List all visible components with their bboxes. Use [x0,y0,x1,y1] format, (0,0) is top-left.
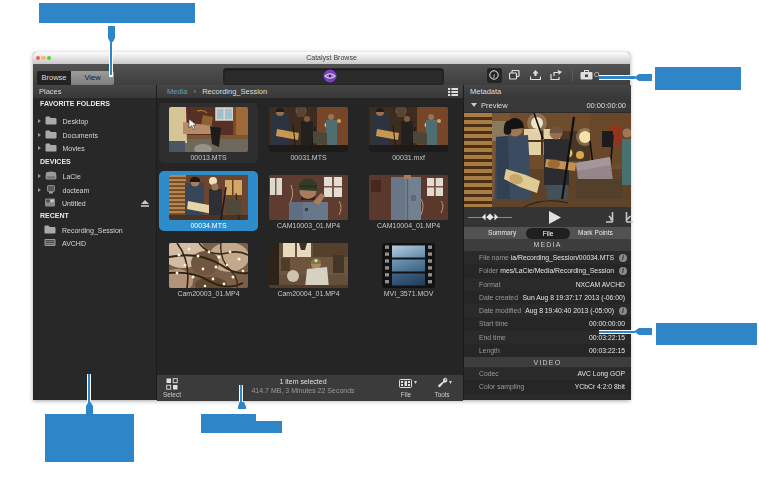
svg-text:i: i [493,72,495,80]
